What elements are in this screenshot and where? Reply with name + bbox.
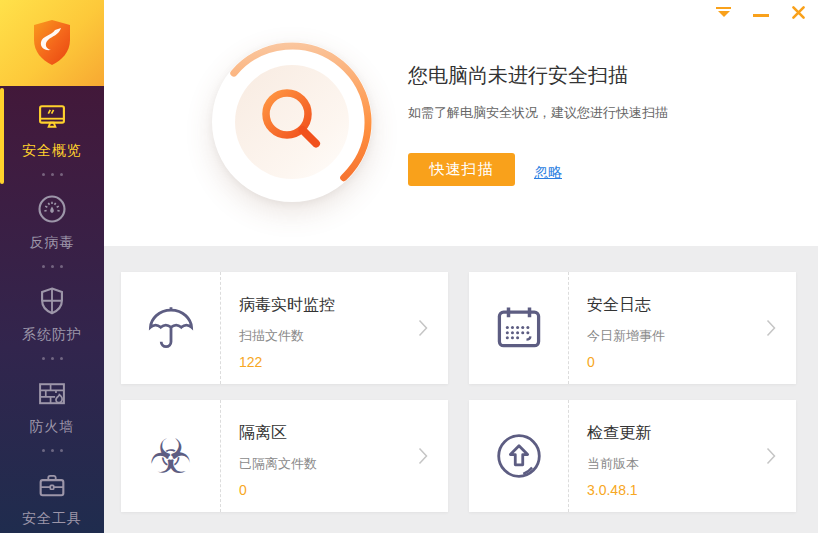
sidebar-item-antivirus[interactable]: 反病毒	[0, 183, 104, 257]
card-icon-cell: ☣	[121, 400, 221, 512]
biohazard-icon: ☣	[149, 432, 192, 480]
sidebar-item-firewall[interactable]: 防火墙	[0, 367, 104, 441]
firewall-icon	[35, 376, 69, 410]
main-menu-button[interactable]	[716, 7, 731, 18]
sidebar-nav: 安全概览 反病毒 系统防	[0, 86, 104, 533]
card-quarantine[interactable]: ☣ 隔离区 已隔离文件数 0	[121, 400, 448, 512]
hero-subtitle: 如需了解电脑安全状况，建议您进行快速扫描	[408, 104, 668, 122]
card-text: 病毒实时监控 扫描文件数 122	[221, 272, 448, 384]
hero-actions: 快速扫描 忽略	[408, 153, 668, 186]
close-icon	[791, 5, 806, 20]
chevron-right-icon	[766, 447, 776, 465]
card-icon-cell	[469, 400, 569, 512]
sidebar-item-label: 反病毒	[30, 234, 75, 252]
calendar-icon	[491, 300, 547, 356]
chevron-right-icon	[418, 319, 428, 337]
magnifier-icon	[242, 70, 342, 170]
card-security-log[interactable]: 安全日志 今日新增事件 0	[469, 272, 796, 384]
card-title: 隔离区	[239, 423, 448, 444]
minimize-button[interactable]	[753, 8, 769, 17]
hero-title: 您电脑尚未进行安全扫描	[408, 62, 668, 88]
card-title: 安全日志	[587, 295, 796, 316]
card-title: 病毒实时监控	[239, 295, 448, 316]
toolbox-icon	[35, 468, 69, 502]
sidebar-item-security-overview[interactable]: 安全概览	[0, 91, 104, 165]
nav-separator-dots	[42, 349, 63, 367]
nav-separator-dots	[42, 165, 63, 183]
hero-text-block: 您电脑尚未进行安全扫描 如需了解电脑安全状况，建议您进行快速扫描 快速扫描 忽略	[408, 62, 668, 186]
shield-cross-icon	[35, 284, 69, 318]
card-text: 隔离区 已隔离文件数 0	[221, 400, 448, 512]
sidebar-item-system-protection[interactable]: 系统防护	[0, 275, 104, 349]
card-value: 122	[239, 354, 448, 370]
card-title: 检查更新	[587, 423, 796, 444]
sidebar: 安全概览 反病毒 系统防	[0, 0, 104, 533]
status-cards-grid: 病毒实时监控 扫描文件数 122	[104, 246, 818, 533]
card-subtitle: 已隔离文件数	[239, 455, 448, 473]
app-window: 安全概览 反病毒 系统防	[0, 0, 818, 533]
gauge-icon	[35, 192, 69, 226]
card-value: 0	[239, 482, 448, 498]
monitor-icon	[35, 100, 69, 134]
card-check-update[interactable]: 检查更新 当前版本 3.0.48.1	[469, 400, 796, 512]
window-controls	[716, 2, 806, 22]
nav-separator-dots	[42, 257, 63, 275]
sidebar-item-label: 安全概览	[22, 142, 82, 160]
card-icon-cell	[469, 272, 569, 384]
close-button[interactable]	[791, 5, 806, 20]
card-value: 0	[587, 354, 796, 370]
shield-logo-icon	[28, 18, 76, 68]
hero-section: 您电脑尚未进行安全扫描 如需了解电脑安全状况，建议您进行快速扫描 快速扫描 忽略	[104, 0, 818, 246]
card-realtime-monitor[interactable]: 病毒实时监控 扫描文件数 122	[121, 272, 448, 384]
nav-separator-dots	[42, 441, 63, 459]
card-subtitle: 扫描文件数	[239, 327, 448, 345]
minimize-icon	[753, 14, 769, 17]
umbrella-icon	[143, 300, 199, 356]
chevron-right-icon	[766, 319, 776, 337]
quick-scan-button[interactable]: 快速扫描	[408, 153, 515, 186]
card-subtitle: 当前版本	[587, 455, 796, 473]
sidebar-item-security-tools[interactable]: 安全工具	[0, 459, 104, 533]
sidebar-item-label: 安全工具	[22, 510, 82, 528]
main-area: 您电脑尚未进行安全扫描 如需了解电脑安全状况，建议您进行快速扫描 快速扫描 忽略	[104, 0, 818, 533]
sidebar-item-label: 防火墙	[30, 418, 75, 436]
chevron-right-icon	[418, 447, 428, 465]
menu-dropdown-icon	[716, 7, 731, 18]
scan-status-circle	[212, 42, 372, 202]
ignore-link[interactable]: 忽略	[534, 164, 562, 182]
card-icon-cell	[121, 272, 221, 384]
card-value: 3.0.48.1	[587, 482, 796, 498]
card-subtitle: 今日新增事件	[587, 327, 796, 345]
sidebar-item-label: 系统防护	[22, 326, 82, 344]
card-text: 安全日志 今日新增事件 0	[569, 272, 796, 384]
app-logo	[0, 0, 104, 86]
card-text: 检查更新 当前版本 3.0.48.1	[569, 400, 796, 512]
update-icon	[491, 428, 547, 484]
